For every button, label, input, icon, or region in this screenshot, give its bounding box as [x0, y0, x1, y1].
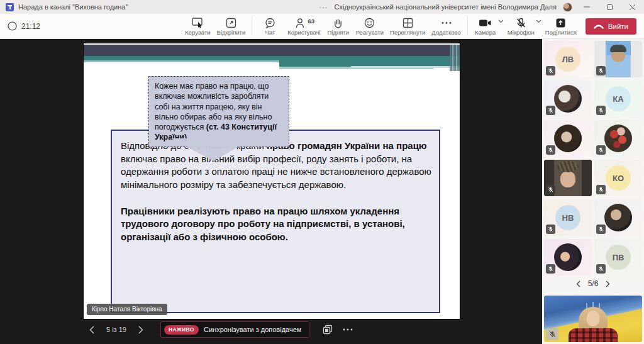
popout-icon [226, 17, 236, 28]
sync-to-presenter-button[interactable]: НАЖИВО Синхронізувати з доповідачем [160, 321, 309, 338]
mic-muted-badge [596, 225, 606, 234]
participant-tile[interactable] [594, 41, 642, 77]
participant-tile[interactable] [544, 160, 592, 196]
leave-button[interactable]: Вийти [586, 18, 636, 35]
presenter-name-tag: Кірпо Наталя Вікторівна [87, 304, 167, 315]
slide-deco-teal-bar [84, 56, 460, 60]
participant-tile[interactable] [594, 199, 642, 236]
mic-muted-badge [546, 185, 555, 194]
participant-photo [554, 243, 582, 271]
react-button[interactable]: Реагувати [353, 15, 386, 37]
mic-muted-badge [546, 328, 558, 340]
slide-deco-lightteal-bar [84, 60, 279, 62]
participant-tile[interactable]: ЛВ [544, 41, 592, 77]
participant-photo [554, 125, 582, 152]
mic-muted-badge [596, 264, 606, 274]
toolbar-divider [252, 16, 252, 35]
slide-paragraph-2: Працівники реалізують право на працю шля… [121, 205, 431, 244]
pager-prev-button[interactable] [576, 280, 580, 287]
unpin-button[interactable]: Відкріпити [214, 15, 248, 37]
mic-muted-badge [546, 106, 555, 115]
presenter-video-face [587, 311, 600, 326]
share-button[interactable]: Поділитися [543, 15, 579, 37]
participant-tile[interactable] [594, 120, 642, 157]
raise-hand-button[interactable]: Підняти [325, 15, 352, 37]
minimize-button[interactable] [579, 1, 595, 13]
participants-count-badge: 63 [308, 18, 314, 25]
live-badge: НАЖИВО [164, 325, 199, 335]
manage-screen-icon [191, 17, 204, 28]
next-slide-button[interactable] [133, 321, 149, 338]
participant-photo [554, 85, 582, 113]
participants-sidebar: ЛВ КА [542, 39, 644, 344]
participant-initials: ЛВ [555, 47, 580, 72]
mic-muted-icon [516, 17, 526, 28]
pager-page-indicator: 5/6 [588, 279, 599, 288]
slide-body-textbox: Відповідно до ст. 2 КЗпП України право г… [111, 130, 440, 313]
toolbar-divider [467, 16, 468, 35]
participant-photo [604, 125, 632, 152]
titlebar-more-icon[interactable]: ··· [319, 3, 328, 11]
participant-tile[interactable] [544, 120, 592, 157]
share-screen-icon [555, 17, 566, 28]
org-name: Східноукраїнський національний університ… [335, 3, 557, 11]
participants-button[interactable]: 63 Користувачі [285, 15, 323, 37]
people-icon: 63 [294, 17, 313, 28]
manage-button[interactable]: Керувати [182, 15, 213, 37]
hangup-icon [594, 24, 604, 30]
camera-options-chevron[interactable] [498, 19, 504, 23]
more-actions-button[interactable]: Додатково [429, 15, 463, 37]
mic-muted-badge [596, 145, 606, 155]
presenter-video-shirt [569, 328, 618, 342]
chat-button[interactable]: Чат [256, 15, 284, 37]
ellipsis-icon [441, 17, 452, 28]
more-presentation-options-icon[interactable] [340, 321, 356, 338]
slide-page-indicator: 5 із 19 [106, 326, 126, 333]
participant-tile[interactable]: ПВ [594, 239, 642, 275]
close-button[interactable] [624, 1, 640, 13]
user-avatar[interactable] [563, 3, 572, 12]
presentation-controls: 5 із 19 НАЖИВО Синхронізувати з доповіда… [84, 319, 460, 340]
mic-options-chevron[interactable] [536, 19, 541, 23]
mic-muted-badge [546, 145, 555, 155]
view-button[interactable]: Переглянути [387, 15, 428, 37]
slide-callout: Кожен має право на працю, що включає мож… [148, 76, 289, 147]
participant-initials: КА [606, 86, 631, 111]
slide-deco-stripes [450, 45, 460, 71]
participant-initials: ПВ [606, 245, 631, 270]
slide-deco-strip [351, 66, 460, 68]
teams-logo-icon [6, 3, 14, 11]
pager-next-button[interactable] [606, 280, 610, 287]
participant-tile[interactable] [544, 239, 592, 275]
participant-grid: ЛВ КА [544, 41, 642, 275]
callout-textbox: Кожен має право на працю, що включає мож… [148, 76, 289, 147]
participant-tile[interactable]: КО [594, 160, 642, 196]
previous-slide-button[interactable] [84, 321, 100, 338]
maximize-button[interactable] [601, 1, 618, 13]
participant-tile[interactable]: КА [594, 80, 642, 117]
slide-deco-navy-bar [84, 45, 460, 56]
meeting-timer-icon [8, 21, 17, 31]
mic-muted-badge [596, 66, 606, 75]
mic-muted-badge [546, 225, 555, 234]
mic-muted-badge [596, 185, 606, 194]
mic-muted-badge [546, 66, 555, 75]
raise-hand-icon [333, 17, 343, 28]
participant-video [554, 160, 582, 196]
camera-icon [479, 17, 492, 28]
teams-meeting-window: Нарада в каналі "Виховна година" ··· Схі… [0, 0, 644, 344]
participant-tile[interactable] [544, 80, 592, 117]
self-video-tile[interactable] [544, 296, 642, 342]
participant-photo [604, 204, 632, 231]
mic-muted-badge [546, 264, 555, 274]
titlebar: Нарада в каналі "Виховна година" ··· Схі… [0, 0, 644, 14]
participant-initials: НВ [555, 205, 580, 230]
participant-tile[interactable]: НВ [544, 199, 592, 236]
window-title: Нарада в каналі "Виховна година" [18, 3, 128, 11]
microphone-button[interactable]: Мікрофон [505, 15, 537, 37]
participants-pager: 5/6 [542, 279, 644, 288]
camera-button[interactable]: Камера [472, 15, 499, 37]
meeting-duration: 21:12 [21, 22, 40, 31]
slide-sorter-icon[interactable] [319, 321, 336, 338]
grid-view-icon [402, 17, 413, 28]
